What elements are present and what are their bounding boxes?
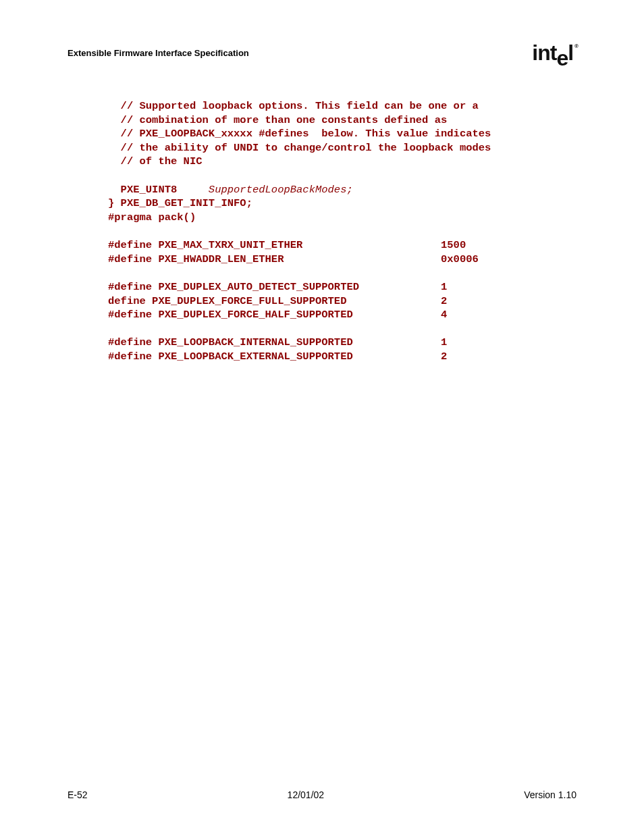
define-line: #define PXE_LOOPBACK_INTERNAL_SUPPORTED … bbox=[108, 336, 447, 348]
code-block: // Supported loopback options. This fiel… bbox=[68, 99, 576, 364]
spec-title: Extensible Firmware Interface Specificat… bbox=[68, 48, 249, 58]
define-line: define PXE_DUPLEX_FORCE_FULL_SUPPORTED 2 bbox=[108, 295, 447, 307]
comment-line: // combination of more than one constant… bbox=[108, 114, 447, 126]
blank-line bbox=[108, 267, 114, 279]
logo-part-e: e bbox=[556, 46, 568, 71]
page-container: Extensible Firmware Interface Specificat… bbox=[0, 0, 644, 364]
logo-reg: ® bbox=[574, 43, 578, 49]
page-footer: E-52 12/01/02 Version 1.10 bbox=[68, 789, 576, 800]
define-line: #define PXE_HWADDR_LEN_ETHER 0x0006 bbox=[108, 253, 479, 265]
pragma-line: #pragma pack() bbox=[108, 211, 196, 224]
define-line: #define PXE_DUPLEX_FORCE_HALF_SUPPORTED … bbox=[108, 309, 447, 321]
blank-line bbox=[108, 225, 114, 237]
struct-close: } PXE_DB_GET_INIT_INFO; bbox=[108, 197, 252, 209]
logo-part-1: int bbox=[532, 41, 556, 65]
footer-page-number: E-52 bbox=[68, 789, 88, 800]
define-line: #define PXE_LOOPBACK_EXTERNAL_SUPPORTED … bbox=[108, 350, 447, 363]
var-name: SupportedLoopBackModes; bbox=[209, 184, 353, 196]
logo-part-3: l bbox=[568, 41, 573, 65]
blank-line bbox=[108, 323, 114, 335]
define-line: #define PXE_DUPLEX_AUTO_DETECT_SUPPORTED… bbox=[108, 281, 447, 293]
footer-version: Version 1.10 bbox=[524, 789, 576, 800]
blank-line bbox=[108, 170, 114, 182]
intel-logo: intel® bbox=[532, 41, 576, 66]
page-header: Extensible Firmware Interface Specificat… bbox=[68, 41, 576, 66]
comment-line: // the ability of UNDI to change/control… bbox=[108, 142, 491, 154]
define-line: #define PXE_MAX_TXRX_UNIT_ETHER 1500 bbox=[108, 239, 466, 251]
comment-line: // of the NIC bbox=[108, 155, 203, 167]
footer-date: 12/01/02 bbox=[288, 789, 325, 800]
type-decl: PXE_UINT8 bbox=[108, 184, 209, 196]
comment-line: // PXE_LOOPBACK_xxxxx #defines below. Th… bbox=[108, 128, 491, 140]
comment-line: // Supported loopback options. This fiel… bbox=[108, 100, 479, 112]
